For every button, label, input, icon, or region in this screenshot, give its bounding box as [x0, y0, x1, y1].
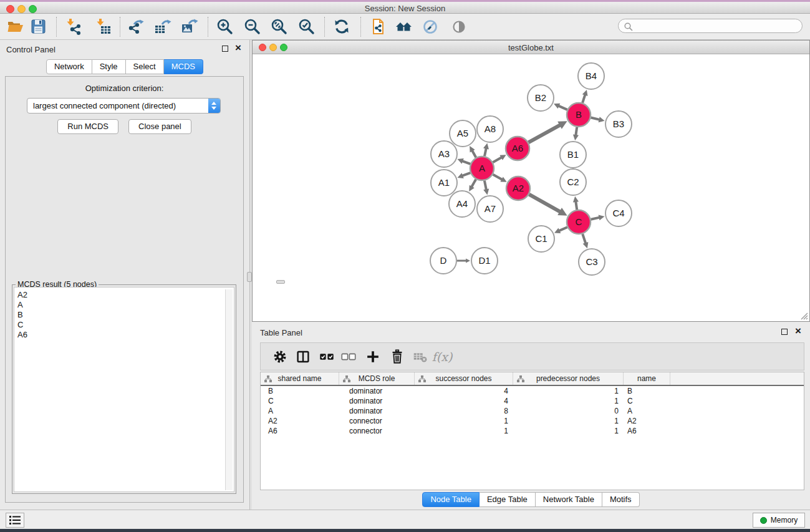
graph-edge-B-B1[interactable]: [576, 127, 577, 135]
network-file-button[interactable]: [367, 16, 388, 37]
tab-network[interactable]: Network: [46, 59, 92, 74]
tab-network-table[interactable]: Network Table: [536, 492, 602, 507]
mcds-result-item[interactable]: A6: [17, 330, 234, 340]
show-column-button[interactable]: [294, 347, 312, 366]
mcds-result-item[interactable]: A: [17, 300, 234, 310]
graph-node-A[interactable]: A: [470, 157, 494, 180]
tab-motifs[interactable]: Motifs: [602, 492, 640, 507]
delete-table-button[interactable]: [411, 347, 430, 366]
graph-node-A1[interactable]: A1: [431, 170, 457, 196]
graph-edge-C-C1[interactable]: [559, 227, 567, 231]
home-button[interactable]: [393, 16, 415, 37]
graph-node-C4[interactable]: C4: [605, 200, 632, 226]
zoom-fit-button[interactable]: [269, 16, 290, 37]
task-history-button[interactable]: [6, 513, 24, 528]
vertical-splitter-handle[interactable]: [247, 272, 252, 282]
search-input[interactable]: [635, 20, 797, 32]
export-network-button[interactable]: [125, 16, 147, 37]
float-table-panel-icon[interactable]: [781, 329, 788, 335]
graph-edge-B-B4[interactable]: [582, 95, 585, 103]
function-builder-button[interactable]: f(x): [433, 347, 451, 366]
mcds-result-item[interactable]: A2: [17, 290, 234, 300]
graph-edge-A2-C[interactable]: [529, 195, 560, 212]
graph-edge-C-C3[interactable]: [582, 234, 586, 243]
select-spinner-icon[interactable]: [208, 99, 220, 113]
graph-node-C3[interactable]: C3: [579, 249, 605, 275]
export-table-button[interactable]: [152, 16, 173, 37]
graph-edge-A-A3[interactable]: [462, 161, 470, 164]
graph-edge-A-A7[interactable]: [485, 181, 486, 190]
graph-edge-C-C2[interactable]: [576, 201, 577, 210]
graph-node-B[interactable]: B: [567, 103, 591, 127]
table-row[interactable]: Cdominator41C: [261, 396, 804, 406]
tab-edge-table[interactable]: Edge Table: [480, 492, 536, 507]
graph-node-B2[interactable]: B2: [528, 85, 554, 111]
toggle-graphics-details-button[interactable]: [420, 16, 441, 37]
open-session-button[interactable]: [5, 16, 26, 37]
close-panel-button[interactable]: Close panel: [128, 119, 191, 134]
graph-edge-A-A8[interactable]: [485, 148, 486, 157]
graph-edge-B-B3[interactable]: [591, 118, 599, 120]
resize-grip[interactable]: [799, 311, 808, 320]
graph-edge-A-A1[interactable]: [462, 173, 470, 176]
export-image-button[interactable]: [179, 16, 200, 37]
import-table-button[interactable]: [93, 16, 114, 37]
table-row[interactable]: Adominator80A: [261, 406, 804, 416]
tab-mcds[interactable]: MCDS: [164, 59, 203, 74]
tab-node-table[interactable]: Node Table: [422, 492, 480, 507]
graph-node-B4[interactable]: B4: [578, 63, 604, 89]
refresh-button[interactable]: [331, 16, 352, 37]
table-row[interactable]: Bdominator41B: [261, 386, 804, 396]
graph-node-C1[interactable]: C1: [528, 226, 554, 252]
table-options-button[interactable]: [271, 347, 289, 366]
run-mcds-button[interactable]: Run MCDS: [57, 119, 118, 134]
graph-edge-A6-B[interactable]: [529, 125, 561, 142]
graph-edge-A-A2[interactable]: [493, 175, 503, 180]
graph-edge-A-A5[interactable]: [472, 150, 476, 157]
import-network-button[interactable]: [63, 16, 84, 37]
column-header-mcds-role[interactable]: MCDS role: [339, 372, 415, 385]
graph-node-C[interactable]: C: [567, 210, 591, 234]
mcds-result-item[interactable]: C: [17, 320, 234, 330]
graph-node-A7[interactable]: A7: [477, 196, 503, 222]
graph-node-A2[interactable]: A2: [506, 177, 530, 200]
criterion-select[interactable]: largest connected component (directed): [27, 98, 221, 114]
tab-style[interactable]: Style: [92, 59, 126, 74]
graph-node-B3[interactable]: B3: [605, 111, 632, 137]
column-header-shared-name[interactable]: shared name: [261, 372, 339, 385]
zoom-out-button[interactable]: [242, 16, 263, 37]
deselect-all-button[interactable]: [339, 347, 358, 366]
show-hide-panels-button[interactable]: [448, 16, 470, 37]
table-row[interactable]: A6connector11A6: [261, 426, 804, 436]
scrollbar[interactable]: [225, 289, 233, 490]
graph-edge-C-C4[interactable]: [591, 218, 600, 220]
memory-button[interactable]: Memory: [753, 513, 805, 528]
table-row[interactable]: A2connector11A2: [261, 416, 804, 426]
column-header-name[interactable]: name: [624, 372, 670, 385]
graph-node-A4[interactable]: A4: [449, 191, 475, 217]
graph-node-D1[interactable]: D1: [471, 248, 498, 274]
graph-edge-A-A4[interactable]: [471, 179, 476, 186]
float-panel-icon[interactable]: [222, 46, 228, 52]
graph-node-C2[interactable]: C2: [560, 169, 586, 195]
graph-node-A5[interactable]: A5: [450, 120, 476, 147]
graph-node-D[interactable]: D: [430, 248, 456, 274]
graph-edge-A-A6[interactable]: [493, 157, 501, 162]
graph-edge-B-B2[interactable]: [559, 106, 567, 110]
column-header-successor-nodes[interactable]: successor nodes: [415, 372, 513, 385]
graph-node-A6[interactable]: A6: [506, 137, 529, 160]
close-panel-icon[interactable]: ×: [235, 45, 241, 51]
close-table-panel-icon[interactable]: ×: [795, 328, 801, 334]
tab-select[interactable]: Select: [126, 59, 164, 74]
select-all-button[interactable]: [317, 347, 336, 366]
horizontal-splitter-handle[interactable]: [276, 280, 285, 284]
zoom-in-button[interactable]: [215, 16, 236, 37]
column-header-predecessor-nodes[interactable]: predecessor nodes: [513, 372, 624, 385]
add-column-button[interactable]: [364, 347, 382, 366]
graph-node-A3[interactable]: A3: [431, 141, 457, 167]
graph-node-A8[interactable]: A8: [477, 116, 503, 142]
delete-column-button[interactable]: [388, 347, 407, 366]
zoom-selected-button[interactable]: [296, 16, 317, 37]
save-session-button[interactable]: [28, 16, 49, 37]
network-canvas[interactable]: B4B2BB3B1A5A8A6A3AA1A2C2A4A7C4CC1C3DD1: [253, 54, 809, 321]
